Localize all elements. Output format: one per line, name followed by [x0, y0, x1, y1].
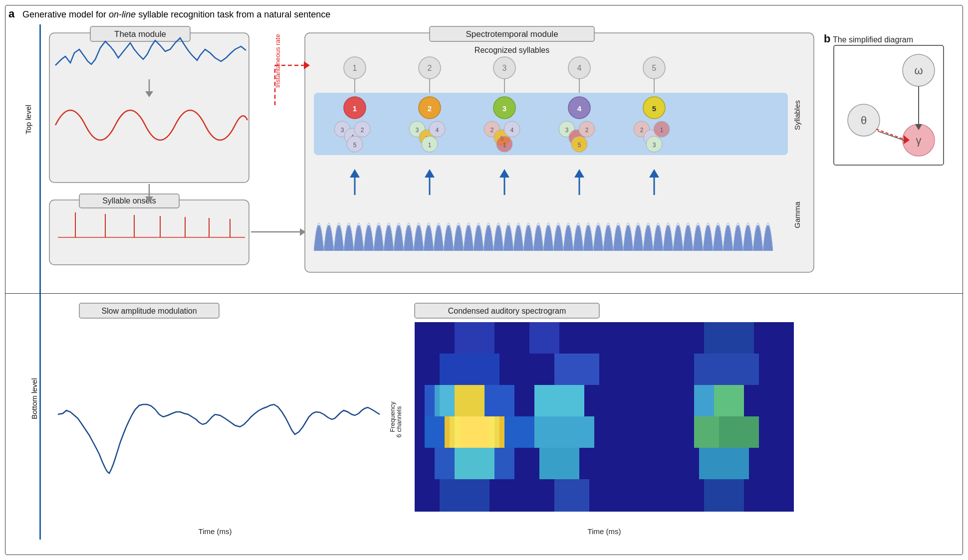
svg-rect-145 [440, 479, 489, 512]
svg-rect-111 [415, 322, 794, 512]
svg-rect-134 [455, 416, 494, 448]
svg-rect-142 [539, 448, 579, 479]
top-section [5, 24, 963, 294]
svg-rect-118 [415, 354, 794, 385]
svg-rect-132 [445, 416, 504, 448]
svg-rect-135 [460, 416, 489, 448]
svg-rect-140 [435, 448, 514, 479]
svg-rect-128 [694, 385, 744, 416]
figure-container: a Generative model for on-line syllable … [5, 5, 963, 555]
svg-rect-131 [425, 416, 534, 448]
svg-rect-106 [79, 303, 219, 318]
svg-text:6 channels: 6 channels [395, 406, 403, 437]
svg-rect-122 [415, 385, 794, 416]
svg-text:Time (ms): Time (ms) [199, 527, 232, 536]
svg-rect-124 [435, 385, 484, 416]
svg-rect-114 [415, 322, 794, 354]
svg-rect-138 [719, 416, 759, 448]
figure-title: Generative model for on-line syllable re… [22, 9, 330, 20]
svg-rect-143 [699, 448, 749, 479]
svg-rect-137 [694, 416, 724, 448]
svg-rect-144 [415, 479, 794, 512]
svg-rect-119 [440, 354, 499, 385]
svg-rect-109 [415, 303, 599, 318]
svg-rect-129 [714, 385, 744, 416]
svg-rect-121 [694, 354, 759, 385]
svg-rect-133 [450, 416, 499, 448]
svg-rect-123 [425, 385, 514, 416]
svg-text:Condensed auditory spectrogram: Condensed auditory spectrogram [448, 307, 566, 315]
svg-rect-146 [554, 479, 589, 512]
figure-label-a: a [8, 7, 14, 20]
svg-rect-117 [704, 322, 754, 354]
svg-rect-139 [415, 448, 794, 479]
svg-rect-130 [415, 416, 794, 448]
svg-rect-147 [704, 479, 744, 512]
svg-text:Slow amplitude modulation: Slow amplitude modulation [101, 307, 197, 315]
svg-rect-141 [455, 448, 494, 479]
svg-rect-126 [455, 385, 484, 416]
svg-rect-120 [554, 354, 599, 385]
svg-text:Frequency: Frequency [389, 401, 396, 432]
svg-rect-116 [529, 322, 559, 354]
svg-rect-136 [534, 416, 594, 448]
top-level-label: Top level [24, 105, 32, 134]
svg-rect-125 [440, 385, 480, 416]
svg-rect-115 [455, 322, 494, 354]
bottom-level-label: Bottom level [30, 378, 38, 419]
svg-text:Time (ms): Time (ms) [588, 527, 621, 536]
svg-rect-127 [534, 385, 584, 416]
